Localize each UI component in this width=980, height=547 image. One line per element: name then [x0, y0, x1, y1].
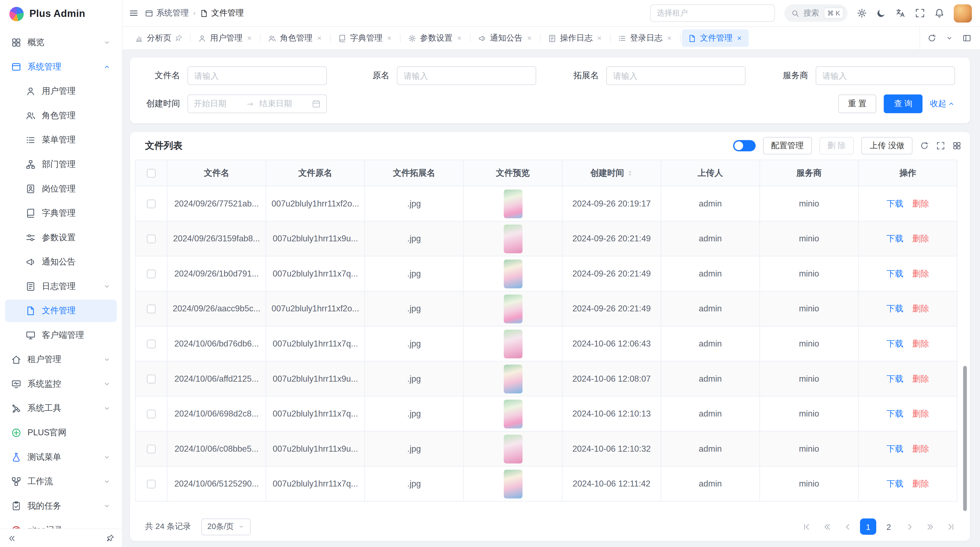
download-link[interactable]: 下载	[887, 479, 904, 488]
page-2-button[interactable]: 2	[881, 518, 897, 535]
close-icon[interactable]	[596, 35, 603, 41]
reset-button[interactable]: 重 置	[838, 94, 876, 113]
first-page-button[interactable]	[798, 518, 815, 535]
delete-link[interactable]: 删除	[912, 234, 929, 243]
row-checkbox[interactable]	[147, 270, 156, 278]
collapse-filter-link[interactable]: 收起	[930, 98, 955, 109]
extension-input[interactable]	[606, 66, 746, 85]
tenant-select[interactable]	[650, 4, 775, 22]
delete-link[interactable]: 删除	[912, 408, 929, 418]
file-preview-thumbnail[interactable]	[503, 399, 522, 428]
user-avatar[interactable]	[954, 4, 972, 22]
download-link[interactable]: 下载	[887, 269, 904, 278]
row-checkbox[interactable]	[147, 410, 156, 418]
original-name-input[interactable]	[397, 66, 536, 85]
download-link[interactable]: 下载	[887, 374, 904, 383]
delete-link[interactable]: 删除	[912, 374, 929, 383]
download-link[interactable]: 下载	[887, 234, 904, 243]
row-checkbox[interactable]	[147, 200, 156, 208]
download-link[interactable]: 下载	[887, 339, 904, 348]
tab-analytics[interactable]: 分析页	[129, 29, 189, 47]
close-icon[interactable]	[526, 35, 533, 41]
delete-link[interactable]: 删除	[912, 444, 929, 453]
sidebar-item-system-tools[interactable]: 系统工具	[5, 397, 117, 420]
row-checkbox[interactable]	[147, 305, 156, 314]
prev-5-pages-button[interactable]	[819, 518, 835, 535]
delete-button[interactable]: 删 除	[819, 137, 854, 155]
delete-link[interactable]: 删除	[912, 199, 929, 208]
sidebar-item-log-management[interactable]: 日志管理	[5, 275, 117, 298]
layout-panel-icon[interactable]	[963, 34, 971, 43]
provider-input[interactable]	[816, 66, 955, 85]
collapse-sidebar-icon[interactable]	[8, 534, 16, 543]
breadcrumb-system-management[interactable]: 系统管理	[145, 8, 189, 19]
col-created-time[interactable]: 创建时间	[562, 160, 661, 186]
sidebar-item-user-management[interactable]: 用户管理	[5, 80, 117, 103]
sidebar-item-overview[interactable]: 概览	[5, 31, 117, 54]
delete-link[interactable]: 删除	[912, 339, 929, 348]
tab-file-management[interactable]: 文件管理	[682, 29, 749, 47]
file-preview-thumbnail[interactable]	[503, 294, 522, 323]
sidebar-item-workflow[interactable]: 工作流	[5, 470, 117, 493]
table-scrollbar-thumb[interactable]	[963, 366, 967, 511]
sidebar-item-test-menu[interactable]: 测试菜单	[5, 446, 117, 469]
sidebar-item-client-management[interactable]: 客户端管理	[5, 324, 117, 346]
fullscreen-icon[interactable]	[936, 141, 945, 150]
column-settings-grid-icon[interactable]	[953, 141, 961, 150]
sidebar-item-notice[interactable]: 通知公告	[5, 251, 117, 273]
close-icon[interactable]	[737, 35, 743, 41]
last-page-button[interactable]	[942, 518, 959, 535]
notifications-bell-icon[interactable]	[934, 8, 944, 18]
date-range-picker[interactable]: 开始日期 结束日期	[188, 94, 327, 113]
close-icon[interactable]	[666, 35, 672, 41]
sidebar-item-plus-website[interactable]: PLUS官网	[5, 421, 117, 444]
tab-notice[interactable]: 通知公告	[472, 29, 539, 47]
sidebar-item-menu-management[interactable]: 菜单管理	[5, 129, 117, 152]
sidebar-item-my-tasks[interactable]: 我的任务	[5, 495, 117, 517]
file-preview-thumbnail[interactable]	[503, 364, 522, 393]
file-preview-thumbnail[interactable]	[503, 189, 522, 218]
close-icon[interactable]	[456, 35, 463, 41]
download-link[interactable]: 下载	[887, 304, 904, 313]
close-icon[interactable]	[386, 35, 393, 41]
file-preview-thumbnail[interactable]	[503, 224, 522, 253]
close-icon[interactable]	[316, 35, 323, 41]
tab-dict-management[interactable]: 字典管理	[332, 29, 399, 47]
dark-mode-moon-icon[interactable]	[876, 8, 886, 18]
row-checkbox[interactable]	[147, 340, 156, 348]
tab-param-settings[interactable]: 参数设置	[402, 29, 469, 47]
sidebar-item-role-management[interactable]: 角色管理	[5, 104, 117, 127]
settings-gear-icon[interactable]	[857, 8, 867, 18]
file-preview-thumbnail[interactable]	[503, 259, 522, 288]
language-translate-icon[interactable]	[896, 8, 906, 18]
row-checkbox[interactable]	[147, 445, 156, 454]
sidebar-item-system-monitor[interactable]: 系统监控	[5, 373, 117, 395]
file-preview-thumbnail[interactable]	[503, 434, 522, 463]
delete-link[interactable]: 删除	[912, 304, 929, 313]
filename-input[interactable]	[188, 66, 327, 85]
fullscreen-icon[interactable]	[915, 8, 925, 18]
refresh-icon[interactable]	[928, 34, 936, 43]
delete-link[interactable]: 删除	[912, 269, 929, 278]
sidebar-item-param-settings[interactable]: 参数设置	[5, 226, 117, 249]
sidebar-item-post-management[interactable]: 岗位管理	[5, 178, 117, 200]
delete-link[interactable]: 删除	[912, 479, 929, 488]
hamburger-menu-icon[interactable]	[129, 8, 139, 18]
file-preview-thumbnail[interactable]	[503, 469, 522, 498]
pin-sidebar-icon[interactable]	[106, 534, 115, 542]
prev-page-button[interactable]	[839, 518, 856, 535]
refresh-icon[interactable]	[920, 141, 929, 150]
download-link[interactable]: 下载	[887, 199, 904, 208]
chevron-down-icon[interactable]	[946, 34, 953, 42]
global-search[interactable]: 搜索 ⌘ K	[784, 4, 848, 22]
close-icon[interactable]	[247, 35, 253, 41]
sidebar-item-file-management[interactable]: 文件管理	[5, 300, 117, 322]
tab-role-management[interactable]: 角色管理	[262, 29, 329, 47]
download-link[interactable]: 下载	[887, 444, 904, 453]
row-checkbox[interactable]	[147, 375, 156, 384]
config-management-button[interactable]: 配置管理	[763, 137, 812, 155]
tab-login-log[interactable]: 登录日志	[612, 29, 679, 47]
page-size-select[interactable]: 20条/页	[201, 518, 251, 535]
sidebar-item-system-management[interactable]: 系统管理	[5, 56, 117, 78]
sidebar-item-tenant-management[interactable]: 租户管理	[5, 348, 117, 371]
